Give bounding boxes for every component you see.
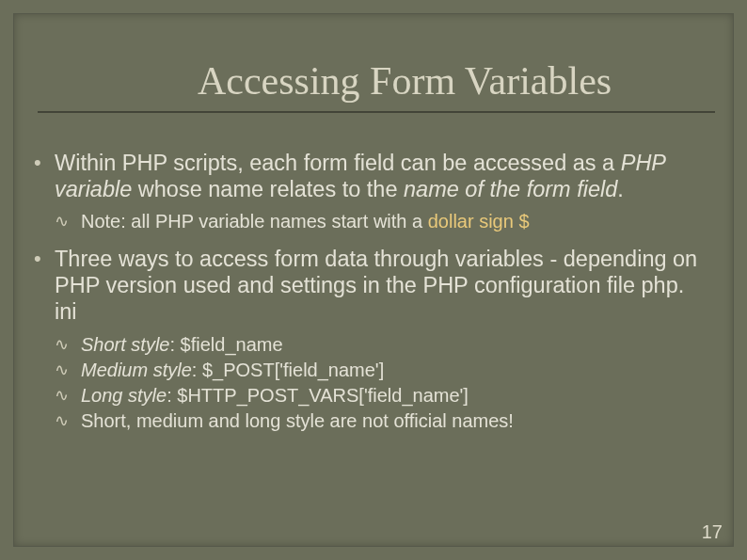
style-note: Short, medium and long style are not off… xyxy=(55,409,709,433)
style-long-label: Long xyxy=(81,385,123,406)
bullet-2: Three ways to access form data through v… xyxy=(30,247,709,432)
bullet-1-pre: Within PHP scripts, each form field can … xyxy=(55,151,621,175)
style-short-label: Short xyxy=(81,334,126,355)
style-long: Long style: $HTTP_POST_VARS['field_name'… xyxy=(55,384,709,408)
note-highlight: dollar sign $ xyxy=(428,211,530,232)
bullet-2-text: Three ways to access form data through v… xyxy=(55,247,697,323)
bullet-1: Within PHP scripts, each form field can … xyxy=(30,151,709,233)
note-line: Note: all PHP variable names start with … xyxy=(55,210,709,233)
style-medium-mid: style xyxy=(148,360,192,380)
bullet-2-sub: Short style: $field_name Medium style: $… xyxy=(55,333,709,433)
style-medium: Medium style: $_POST['field_name'] xyxy=(55,359,709,382)
style-short-code: : $field_name xyxy=(170,334,283,355)
bullet-1-em2: name of the form field xyxy=(404,177,617,201)
main-list: Within PHP scripts, each form field can … xyxy=(30,151,709,433)
bullet-1-mid: whose name relates to the xyxy=(132,177,404,201)
title-block: Accessing Form Variables xyxy=(198,58,709,113)
slide-content: Within PHP scripts, each form field can … xyxy=(30,151,709,446)
slide-title: Accessing Form Variables xyxy=(198,58,709,105)
style-short: Short style: $field_name xyxy=(55,333,709,357)
bullet-1-post: . xyxy=(617,177,624,201)
page-number: 17 xyxy=(702,521,723,543)
style-medium-label: Medium xyxy=(81,360,148,380)
title-underline xyxy=(38,111,715,113)
style-short-mid: style xyxy=(126,334,170,355)
style-long-code: : $HTTP_POST_VARS['field_name'] xyxy=(167,385,469,406)
style-note-text: Short, medium and long style are not off… xyxy=(81,410,514,431)
note-lead: Note: all PHP variable names start with … xyxy=(81,211,428,232)
style-long-mid: style xyxy=(123,385,167,406)
style-medium-code: : $_POST['field_name'] xyxy=(192,360,384,380)
bullet-1-sub: Note: all PHP variable names start with … xyxy=(55,210,709,233)
